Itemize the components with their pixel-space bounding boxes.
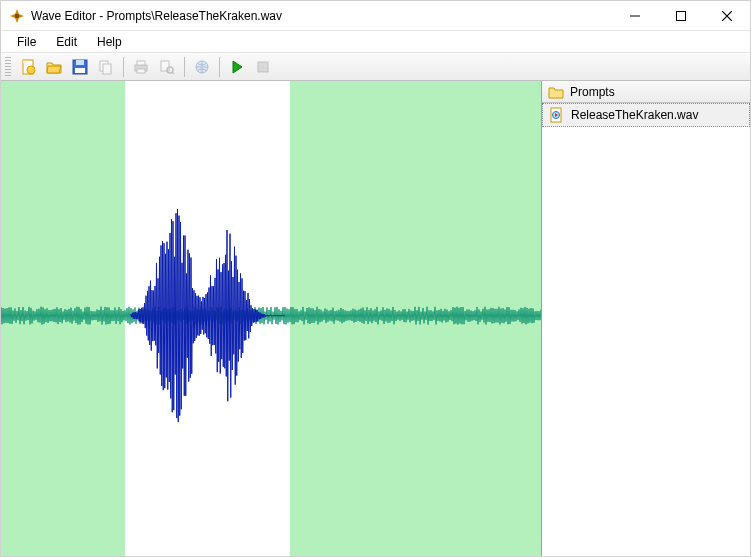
toolbar-separator-2 <box>184 57 185 77</box>
waveform-panel[interactable] <box>1 81 542 556</box>
menu-bar: File Edit Help <box>1 31 750 53</box>
folder-open-icon <box>46 59 62 75</box>
menu-file[interactable]: File <box>7 33 46 51</box>
svg-point-3 <box>27 66 35 74</box>
stop-icon <box>255 59 271 75</box>
print-button[interactable] <box>129 55 153 79</box>
waveform-svg <box>1 81 541 556</box>
svg-rect-15 <box>258 62 268 72</box>
file-panel: Prompts ReleaseTheKraken.wav <box>542 81 750 556</box>
app-icon <box>9 8 25 24</box>
stop-button[interactable] <box>251 55 275 79</box>
play-button[interactable] <box>225 55 249 79</box>
minimize-button[interactable] <box>612 1 658 30</box>
printer-icon <box>133 59 149 75</box>
play-icon <box>229 59 245 75</box>
copy-icon <box>98 59 114 75</box>
svg-rect-8 <box>103 64 111 74</box>
save-button[interactable] <box>68 55 92 79</box>
toolbar <box>1 53 750 81</box>
file-name: ReleaseTheKraken.wav <box>571 108 698 122</box>
svg-rect-5 <box>76 60 84 65</box>
folder-icon <box>548 84 564 100</box>
maximize-icon <box>676 11 686 21</box>
copy-button[interactable] <box>94 55 118 79</box>
svg-point-0 <box>15 13 19 17</box>
menu-edit[interactable]: Edit <box>46 33 87 51</box>
window-title: Wave Editor - Prompts\ReleaseTheKraken.w… <box>31 9 612 23</box>
toolbar-separator-3 <box>219 57 220 77</box>
svg-rect-6 <box>75 68 85 73</box>
window-controls <box>612 1 750 30</box>
title-bar: Wave Editor - Prompts\ReleaseTheKraken.w… <box>1 1 750 31</box>
svg-rect-11 <box>137 69 145 73</box>
maximize-button[interactable] <box>658 1 704 30</box>
preview-icon <box>159 59 175 75</box>
audio-file-icon <box>549 107 565 123</box>
menu-help[interactable]: Help <box>87 33 132 51</box>
toolbar-grip <box>5 57 11 77</box>
svg-rect-1 <box>677 11 686 20</box>
floppy-icon <box>72 59 88 75</box>
svg-rect-10 <box>137 61 145 65</box>
new-file-icon <box>20 59 36 75</box>
close-icon <box>722 11 732 21</box>
toolbar-separator <box>123 57 124 77</box>
new-file-button[interactable] <box>16 55 40 79</box>
file-row[interactable]: ReleaseTheKraken.wav <box>542 103 750 127</box>
preview-button[interactable] <box>155 55 179 79</box>
folder-name: Prompts <box>570 85 615 99</box>
file-panel-header: Prompts <box>542 81 750 103</box>
open-button[interactable] <box>42 55 66 79</box>
content-area: Prompts ReleaseTheKraken.wav <box>1 81 750 556</box>
minimize-icon <box>630 11 640 21</box>
close-button[interactable] <box>704 1 750 30</box>
info-button[interactable] <box>190 55 214 79</box>
globe-icon <box>194 59 210 75</box>
